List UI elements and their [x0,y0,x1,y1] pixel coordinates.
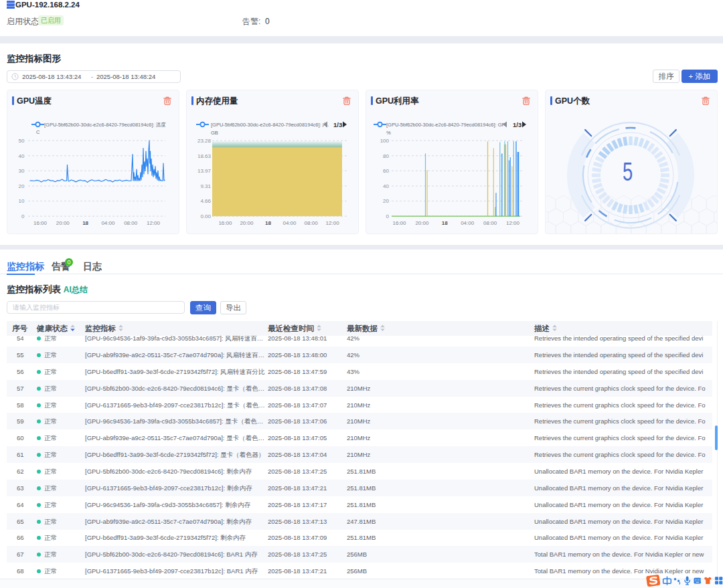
svg-text:20:00: 20:00 [56,220,70,226]
svg-text:20:00: 20:00 [240,220,254,226]
svg-text:[GPU-5bf62b00-30dc-e2c6-8420-7: [GPU-5bf62b00-30dc-e2c6-8420-79ecd08194c… [211,122,329,128]
svg-text:GB: GB [211,130,218,136]
svg-text:1/3: 1/3 [333,121,342,128]
svg-text:20:00: 20:00 [415,220,429,226]
svg-text:10: 10 [19,198,25,204]
svg-text:16:00: 16:00 [218,220,232,226]
svg-text:20: 20 [383,198,389,204]
svg-text:04:00: 04:00 [461,220,475,226]
svg-text:16:00: 16:00 [392,220,406,226]
svg-text:40: 40 [383,183,389,189]
svg-text:08:00: 08:00 [124,220,138,226]
svg-text:50: 50 [19,138,25,144]
svg-text:23.28: 23.28 [197,138,212,144]
svg-text:04:00: 04:00 [101,220,115,226]
svg-text:18: 18 [82,220,88,226]
svg-text:60: 60 [383,168,389,174]
svg-text:%: % [386,130,391,136]
svg-text:30: 30 [19,168,25,174]
svg-text:4.66: 4.66 [200,198,211,204]
svg-text:5: 5 [623,157,633,185]
svg-text:12:00: 12:00 [326,220,340,226]
svg-text:1/3: 1/3 [513,121,521,128]
svg-text:18.63: 18.63 [197,153,212,159]
svg-text:GPU个数: GPU个数 [555,96,590,106]
svg-text:[GPU-5bf62b00-30dc-e2c6-8420-7: [GPU-5bf62b00-30dc-e2c6-8420-79ecd08194c… [44,122,166,128]
svg-text:内存使用量: 内存使用量 [196,96,238,106]
svg-text:08:00: 08:00 [483,220,497,226]
svg-text:9.31: 9.31 [200,183,211,189]
svg-text:13.97: 13.97 [197,168,212,174]
svg-text:0: 0 [21,213,25,219]
svg-text:18: 18 [265,220,271,226]
svg-text:100: 100 [380,138,390,144]
svg-text:08:00: 08:00 [305,220,319,226]
svg-text:16:00: 16:00 [33,220,48,226]
svg-text:GPU温度: GPU温度 [17,96,52,106]
svg-text:0: 0 [386,213,390,219]
svg-text:04:00: 04:00 [283,220,297,226]
svg-text:40: 40 [19,153,25,159]
svg-text:12:00: 12:00 [147,220,161,226]
svg-text:12:00: 12:00 [506,220,520,226]
svg-text:GPU利用率: GPU利用率 [376,96,419,106]
svg-text:C: C [36,129,40,135]
svg-text:20: 20 [19,183,25,189]
svg-text:80: 80 [383,153,389,159]
svg-text:[GPU-5bf62b00-30dc-e2c6-8420-7: [GPU-5bf62b00-30dc-e2c6-8420-79ecd08194c… [386,122,505,128]
svg-text:0.00: 0.00 [200,213,211,219]
svg-text:18: 18 [442,220,448,226]
